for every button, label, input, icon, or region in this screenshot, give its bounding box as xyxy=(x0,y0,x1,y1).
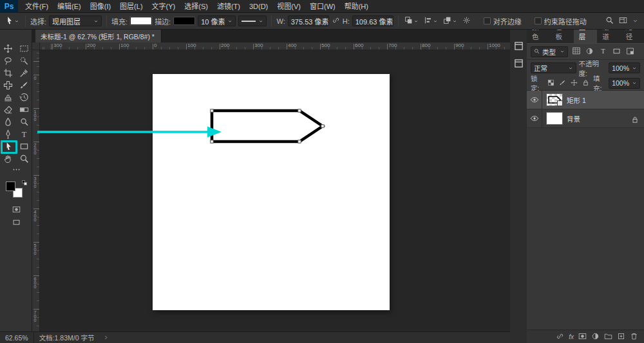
lock-all-icon[interactable] xyxy=(582,78,591,89)
layer-thumbnail[interactable] xyxy=(546,112,563,125)
adjustment-layer-filter-icon[interactable] xyxy=(584,46,595,57)
chevron-down-icon[interactable] xyxy=(632,17,638,25)
ruler-number: 600 xyxy=(33,277,37,288)
path-operations-button[interactable] xyxy=(403,15,420,26)
gradient-tool[interactable] xyxy=(16,104,32,116)
ruler-number: 300 xyxy=(254,42,263,48)
menu-item-3[interactable]: 图像(I) xyxy=(86,3,115,10)
quick-selection-tool[interactable] xyxy=(16,55,32,67)
edit-toolbar-button[interactable] xyxy=(0,166,32,175)
chevron-down-icon xyxy=(413,17,419,25)
screen-mode-button[interactable] xyxy=(0,218,32,229)
move-tool[interactable] xyxy=(0,42,16,55)
document-area: 未标题-1 @ 62.7% (矩形 1, RGB/8#) * 300200100… xyxy=(32,30,510,331)
lock-transparency-icon[interactable] xyxy=(546,78,555,89)
type-tool[interactable]: T xyxy=(16,128,32,140)
path-arrangement-button[interactable] xyxy=(442,15,459,26)
clone-stamp-tool[interactable] xyxy=(0,91,16,104)
canvas[interactable] xyxy=(153,74,390,310)
vector-shape[interactable] xyxy=(209,108,327,145)
smart-object-filter-icon[interactable] xyxy=(625,46,636,57)
layer-visibility-toggle[interactable] xyxy=(527,91,542,109)
new-group-icon[interactable] xyxy=(604,332,612,342)
stroke-width-dropdown[interactable]: 10 像素 xyxy=(198,15,236,26)
eyedropper-tool[interactable] xyxy=(16,67,32,79)
constrain-path-drag-label: 约束路径拖动 xyxy=(544,16,587,26)
brush-tool[interactable] xyxy=(16,79,32,91)
lock-label: 锁定: xyxy=(531,73,544,93)
menu-item-1[interactable]: 文件(F) xyxy=(21,3,53,10)
menu-item-6[interactable]: 选择(S) xyxy=(180,3,213,10)
adjustment-layer-icon[interactable] xyxy=(591,332,600,342)
shape-layer-filter-icon[interactable] xyxy=(611,46,622,57)
hand-tool[interactable] xyxy=(0,153,16,165)
layer-visibility-toggle[interactable] xyxy=(527,109,542,127)
history-brush-tool[interactable] xyxy=(16,91,32,104)
foreground-color-swatch[interactable] xyxy=(6,181,15,191)
status-options-button[interactable] xyxy=(103,334,109,342)
shape-height-input[interactable]: 109.63 像素 xyxy=(352,15,393,26)
healing-brush-tool[interactable] xyxy=(0,79,16,91)
add-layer-mask-icon[interactable] xyxy=(578,332,587,342)
fill-swatch[interactable] xyxy=(130,17,152,25)
blend-mode-dropdown[interactable]: 正常 xyxy=(531,62,576,73)
shape-width-value: 375.53 像素 xyxy=(291,16,329,26)
marquee-tool[interactable] xyxy=(16,42,32,55)
filter-type-dropdown[interactable]: 类型 xyxy=(531,46,568,57)
dodge-tool[interactable] xyxy=(16,116,32,128)
menu-item-11[interactable]: 帮助(H) xyxy=(340,3,373,10)
workspace-switcher-icon[interactable] xyxy=(619,16,627,26)
blur-tool[interactable] xyxy=(0,116,16,128)
layer-row[interactable]: 背景 xyxy=(527,109,644,128)
lock-pixels-icon[interactable] xyxy=(558,78,567,89)
layer-row[interactable]: 矩形 1 xyxy=(527,91,644,109)
collapsed-panel-icon-1[interactable] xyxy=(514,41,524,53)
path-alignment-button[interactable] xyxy=(422,15,439,26)
layer-thumbnail[interactable] xyxy=(546,93,563,106)
ruler-number: 600 xyxy=(355,42,363,48)
pixel-layer-filter-icon[interactable] xyxy=(571,46,582,57)
fill-opacity-dropdown[interactable]: 100% xyxy=(609,78,640,89)
default-colors-icon[interactable] xyxy=(22,180,28,187)
menu-item-10[interactable]: 窗口(W) xyxy=(305,3,340,10)
menu-item-9[interactable]: 视图(V) xyxy=(272,3,305,10)
align-edges-checkbox[interactable]: 对齐边缘 xyxy=(484,16,522,26)
menu-item-5[interactable]: 文字(Y) xyxy=(147,3,180,10)
type-layer-filter-icon[interactable]: T xyxy=(598,46,609,57)
eraser-tool[interactable] xyxy=(0,104,16,116)
shape-width-input[interactable]: 375.53 像素 xyxy=(288,15,329,26)
collapsed-panel-icon-2[interactable] xyxy=(514,59,524,71)
lasso-tool[interactable] xyxy=(0,55,16,67)
quick-mask-button[interactable] xyxy=(0,205,32,216)
menu-item-8[interactable]: 3D(D) xyxy=(245,3,272,10)
ruler-number: 400 xyxy=(288,42,296,48)
shape-tool[interactable] xyxy=(16,140,32,153)
opacity-dropdown[interactable]: 100% xyxy=(609,62,640,73)
crop-tool[interactable] xyxy=(0,67,16,79)
shape-settings-button[interactable] xyxy=(461,15,472,26)
stroke-type-dropdown[interactable] xyxy=(238,15,267,26)
document-tab[interactable]: 未标题-1 @ 62.7% (矩形 1, RGB/8#) * xyxy=(35,30,162,42)
link-dimensions-icon[interactable] xyxy=(332,16,340,26)
current-tool-button[interactable] xyxy=(3,15,21,27)
search-icon[interactable] xyxy=(605,16,614,26)
stroke-swatch[interactable] xyxy=(173,17,195,25)
delete-layer-icon[interactable] xyxy=(630,332,638,342)
status-zoom-field[interactable]: 62.65% xyxy=(0,332,34,343)
ruler-number: 500 xyxy=(321,42,330,48)
zoom-tool[interactable] xyxy=(16,153,32,165)
lock-row: 锁定: 填充: 100% xyxy=(527,76,644,91)
select-mode-dropdown[interactable]: 现用图层 xyxy=(49,15,102,26)
svg-text:T: T xyxy=(22,130,27,139)
ruler-number: 100 xyxy=(33,109,37,121)
pen-tool[interactable] xyxy=(0,128,16,140)
link-layers-icon[interactable] xyxy=(556,332,564,342)
menu-item-7[interactable]: 滤镜(T) xyxy=(213,3,245,10)
new-layer-icon[interactable] xyxy=(617,332,625,342)
ruler-number: 100 xyxy=(120,42,129,48)
menu-item-2[interactable]: 编辑(E) xyxy=(53,3,86,10)
layer-effects-icon[interactable]: fx xyxy=(569,333,574,340)
constrain-path-drag-checkbox[interactable]: 约束路径拖动 xyxy=(535,16,587,26)
menu-item-4[interactable]: 图层(L) xyxy=(115,3,147,10)
lock-position-icon[interactable] xyxy=(570,78,579,89)
